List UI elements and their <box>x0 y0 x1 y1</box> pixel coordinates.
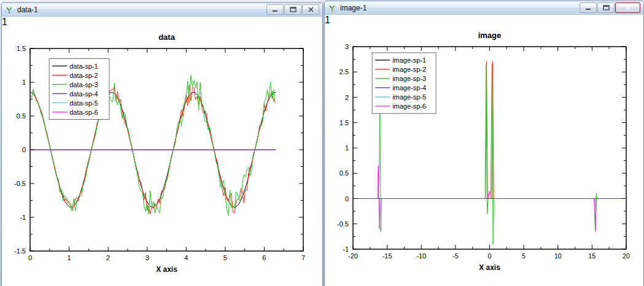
svg-text:0: 0 <box>487 252 491 260</box>
svg-text:2.5: 2.5 <box>339 68 349 75</box>
window-controls <box>266 4 319 15</box>
svg-text:1: 1 <box>22 79 26 86</box>
svg-text:0: 0 <box>345 195 349 203</box>
titlebar[interactable]: image-1 <box>325 1 643 15</box>
chart-title: data <box>158 33 176 42</box>
legend-label: image-sp-6 <box>392 102 426 110</box>
svg-text:0.5: 0.5 <box>339 169 349 177</box>
svg-text:-10: -10 <box>416 252 426 260</box>
page-1-button[interactable]: 1 <box>325 15 643 26</box>
close-button[interactable] <box>615 2 640 13</box>
legend-label: data-sp-6 <box>69 109 98 116</box>
maximize-button[interactable] <box>284 4 301 15</box>
legend-label: image-sp-1 <box>392 56 426 64</box>
maximize-button[interactable] <box>597 2 615 13</box>
svg-text:0: 0 <box>22 146 26 153</box>
svg-text:7: 7 <box>301 254 305 261</box>
svg-text:0: 0 <box>28 254 32 261</box>
legend-label: data-sp-4 <box>69 90 98 98</box>
svg-text:-20: -20 <box>348 252 358 260</box>
legend-label: image-sp-2 <box>392 66 426 73</box>
x-axis-label: X axis <box>479 263 500 272</box>
legend: image-sp-1image-sp-2image-sp-3image-sp-4… <box>372 53 436 114</box>
svg-text:6: 6 <box>262 254 266 261</box>
svg-text:0.5: 0.5 <box>17 112 26 120</box>
app-sprout-icon <box>4 5 14 15</box>
svg-text:-0.5: -0.5 <box>337 220 349 228</box>
legend-label: image-sp-5 <box>392 93 426 101</box>
plot: 01234567-1.5-1-0.500.511.5dataX axisdata… <box>14 33 305 274</box>
window-client-area: 1 01234567-1.5-1-0.500.511.5dataX axisda… <box>2 17 322 280</box>
minimize-button[interactable] <box>580 2 597 13</box>
svg-text:15: 15 <box>588 252 596 260</box>
legend-label: data-sp-2 <box>69 72 98 79</box>
svg-text:4: 4 <box>184 254 188 261</box>
svg-text:5: 5 <box>223 254 227 261</box>
svg-text:-0.5: -0.5 <box>14 180 26 187</box>
svg-text:3: 3 <box>345 43 349 50</box>
window-image-1: image-1 1 -20-15-10-505101520-1-0.500.51… <box>324 1 644 286</box>
page-1-button[interactable]: 1 <box>2 17 322 28</box>
chart-title: image <box>478 31 502 40</box>
svg-text:1: 1 <box>345 144 349 152</box>
window-data-1: data-1 1 01234567-1.5-1-0.500.511.5dataX… <box>1 2 323 286</box>
svg-text:10: 10 <box>554 252 562 260</box>
svg-text:5: 5 <box>522 252 526 260</box>
svg-text:-1.5: -1.5 <box>14 247 26 255</box>
close-button[interactable] <box>302 4 319 15</box>
window-title: image-1 <box>340 4 367 12</box>
legend-label: image-sp-4 <box>392 84 426 91</box>
window-client-area: 1 -20-15-10-505101520-1-0.500.511.522.53… <box>325 15 643 279</box>
svg-text:3: 3 <box>145 254 149 261</box>
svg-text:2: 2 <box>106 254 110 261</box>
svg-text:-1: -1 <box>343 245 349 253</box>
legend: data-sp-1data-sp-2data-sp-3data-sp-4data… <box>49 59 109 120</box>
data-chart[interactable]: 01234567-1.5-1-0.500.511.5dataX axisdata… <box>2 28 312 278</box>
legend-label: image-sp-3 <box>392 75 426 82</box>
minimize-button[interactable] <box>266 4 284 15</box>
legend-label: data-sp-3 <box>69 81 98 88</box>
plot: -20-15-10-505101520-1-0.500.511.522.53im… <box>337 31 630 272</box>
svg-text:20: 20 <box>623 252 630 260</box>
x-axis-label: X axis <box>156 265 177 274</box>
svg-text:2: 2 <box>345 94 349 101</box>
app-sprout-icon <box>327 3 337 13</box>
svg-text:1.5: 1.5 <box>17 45 26 52</box>
svg-text:-15: -15 <box>382 252 392 260</box>
svg-text:1: 1 <box>68 254 71 261</box>
svg-text:-1: -1 <box>20 214 26 221</box>
svg-text:1.5: 1.5 <box>339 119 349 126</box>
window-title: data-1 <box>17 6 38 14</box>
svg-text:-5: -5 <box>452 252 459 260</box>
legend-label: data-sp-5 <box>69 99 98 107</box>
window-controls <box>580 2 640 13</box>
image-chart[interactable]: -20-15-10-505101520-1-0.500.511.522.53im… <box>325 26 635 276</box>
titlebar[interactable]: data-1 <box>2 3 322 17</box>
legend-label: data-sp-1 <box>69 63 98 70</box>
